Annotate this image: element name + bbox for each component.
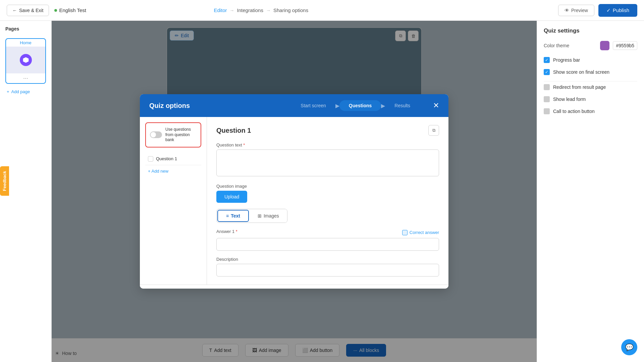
question-text-input[interactable]	[216, 149, 439, 176]
correct-answer-row[interactable]: Correct answer	[402, 230, 439, 235]
quiz-options-modal: Quiz options Start screen ▶ Questions ▶ …	[140, 94, 448, 289]
modal-header: Quiz options Start screen ▶ Questions ▶ …	[140, 94, 448, 117]
answer1-label: Answer 1 *	[216, 229, 237, 234]
list-icon: ≡	[226, 213, 229, 219]
description-input[interactable]	[216, 264, 439, 277]
preview-button[interactable]: 👁 Preview	[558, 5, 594, 16]
publish-button[interactable]: ✓ Publish	[598, 4, 637, 17]
plus-icon: +	[7, 89, 9, 94]
tab-images[interactable]: ⊞ Images	[250, 209, 287, 223]
eye-icon: 👁	[565, 8, 569, 13]
check-icon: ✓	[606, 7, 611, 13]
progress-bar-checkbox[interactable]	[544, 57, 550, 63]
question-image-field: Question image Upload	[216, 184, 439, 203]
grid-icon: ⊞	[258, 213, 262, 219]
settings-item-show-score: Show score on final screen	[544, 69, 637, 75]
feedback-tab[interactable]: Feedback	[0, 166, 9, 196]
question-checkbox[interactable]	[148, 156, 153, 162]
page-card-home[interactable]: Home ···	[5, 38, 46, 84]
question-header: Question 1 ⧉	[216, 125, 439, 136]
modal-body: Use questions from question bank Questio…	[140, 117, 448, 285]
save-exit-button[interactable]: Save & Exit	[7, 5, 49, 16]
page-thumb-icon	[20, 54, 32, 66]
correct-checkbox[interactable]	[402, 230, 408, 235]
topbar: Save & Exit English Test Editor → Integr…	[0, 0, 644, 21]
question-label: Question 1	[156, 156, 177, 161]
topbar-nav: Editor → Integrations → Sharing options	[214, 7, 308, 13]
question-list-item[interactable]: Question 1	[145, 153, 201, 165]
modal-overlay: Quiz options Start screen ▶ Questions ▶ …	[52, 21, 537, 362]
modal-content: Question 1 ⧉ Question text * Question im	[207, 117, 448, 285]
correct-label: Correct answer	[410, 230, 439, 235]
settings-divider-1	[544, 81, 637, 81]
question-number: Question 1	[216, 127, 251, 134]
modal-close-button[interactable]: ✕	[433, 101, 439, 110]
step-arrow-1: ▶	[335, 103, 339, 109]
redirect-checkbox[interactable]	[544, 84, 550, 90]
step-start-screen[interactable]: Start screen	[291, 100, 335, 111]
required-marker: *	[243, 142, 245, 147]
nav-editor[interactable]: Editor	[214, 7, 227, 13]
answer-header-row: Answer 1 * Correct answer	[216, 229, 439, 236]
toggle-switch[interactable]	[150, 131, 162, 138]
page-thumbnail	[6, 47, 45, 73]
nav-integrations[interactable]: Integrations	[237, 7, 263, 13]
step-results[interactable]: Results	[385, 100, 420, 111]
color-swatch[interactable]	[600, 41, 609, 50]
add-page-button[interactable]: + Add page	[5, 88, 46, 96]
modal-footer: Cancel Save	[140, 285, 448, 289]
chat-icon: 💬	[625, 343, 634, 351]
color-hex-value[interactable]: #9559b5	[613, 41, 637, 50]
tab-text[interactable]: ≡ Text	[217, 210, 249, 222]
page-label: Home	[6, 39, 45, 47]
cta-label: Call to action button	[553, 109, 595, 114]
answer1-field: Answer 1 * Correct answer	[216, 229, 439, 251]
settings-item-cta: Call to action button	[544, 108, 637, 114]
answer1-input[interactable]	[216, 238, 439, 251]
nav-arrow-2: →	[266, 8, 271, 13]
modal-steps: Start screen ▶ Questions ▶ Results	[291, 100, 420, 111]
step-questions[interactable]: Questions	[339, 100, 381, 111]
panel-title: Quiz settings	[544, 27, 637, 34]
description-field: Description	[216, 257, 439, 277]
toggle-label: Use questions from question bank	[165, 127, 197, 143]
topbar-right: 👁 Preview ✓ Publish	[558, 4, 637, 17]
modal-title: Quiz options	[149, 102, 190, 110]
upload-button[interactable]: Upload	[216, 191, 247, 203]
question-bank-toggle[interactable]: Use questions from question bank	[145, 122, 201, 147]
settings-item-progress-bar: Progress bar	[544, 57, 637, 63]
question-text-label: Question text *	[216, 142, 439, 147]
status-dot	[54, 9, 57, 12]
right-panel: Quiz settings Color theme #9559b5 Progre…	[537, 21, 644, 362]
answer-required: *	[236, 229, 237, 234]
description-label: Description	[216, 257, 439, 262]
lead-form-label: Show lead form	[553, 97, 586, 102]
modal-sidebar: Use questions from question bank Questio…	[140, 117, 207, 285]
color-theme-row: Color theme #9559b5	[544, 41, 637, 50]
main-layout: Pages Home ··· + Add page ✏ Edit ⧉	[0, 21, 644, 362]
settings-item-redirect: Redirect from result page	[544, 84, 637, 90]
add-new-button[interactable]: + Add new	[145, 165, 201, 177]
doc-title: English Test	[54, 7, 86, 13]
redirect-label: Redirect from result page	[553, 84, 606, 90]
question-text-field: Question text *	[216, 142, 439, 178]
copy-button[interactable]: ⧉	[428, 125, 439, 136]
show-score-label: Show score on final screen	[553, 69, 609, 75]
page-dots: ···	[6, 73, 45, 83]
show-score-checkbox[interactable]	[544, 69, 550, 75]
save-exit-label: Save & Exit	[19, 8, 43, 13]
answer-type-tabs: ≡ Text ⊞ Images	[216, 209, 287, 223]
lead-form-checkbox[interactable]	[544, 96, 550, 102]
progress-bar-label: Progress bar	[553, 57, 580, 63]
color-theme-label: Color theme	[544, 43, 569, 48]
nav-arrow-1: →	[230, 8, 234, 13]
cta-checkbox[interactable]	[544, 108, 550, 114]
pages-title: Pages	[5, 26, 46, 32]
question-image-label: Question image	[216, 184, 439, 189]
nav-sharing[interactable]: Sharing options	[273, 7, 308, 13]
settings-item-lead-form: Show lead form	[544, 96, 637, 102]
chat-button[interactable]: 💬	[621, 339, 637, 355]
step-arrow-2: ▶	[381, 103, 385, 109]
